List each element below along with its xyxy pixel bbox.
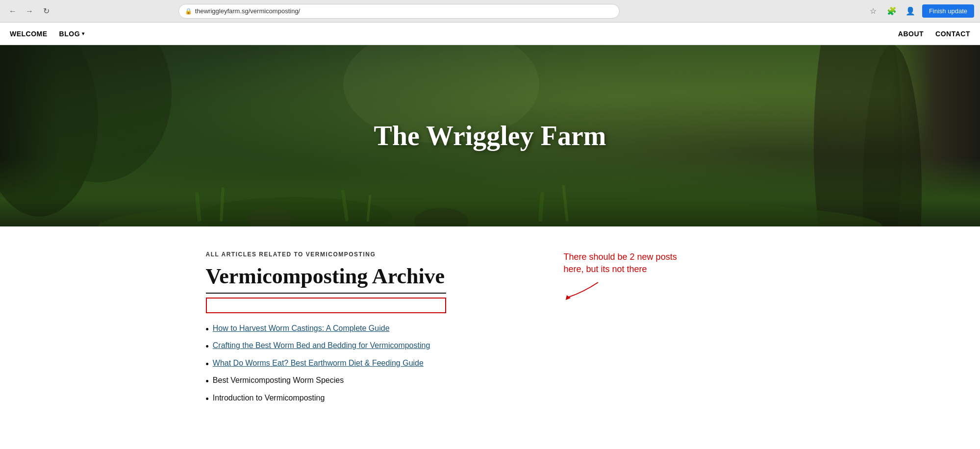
list-item: How to Harvest Worm Castings: A Complete… bbox=[206, 321, 446, 338]
main-content: ALL ARTICLES RELATED TO VERMICOMPOSTING … bbox=[196, 226, 784, 437]
nav-item-welcome[interactable]: WELCOME bbox=[10, 30, 48, 38]
forward-icon: → bbox=[25, 7, 33, 16]
section-title: Vermicomposting Archive bbox=[206, 264, 446, 294]
back-icon: ← bbox=[9, 7, 17, 16]
browser-chrome: ← → ↻ 🔒 thewriggleyfarm.sg/vermicomposti… bbox=[0, 0, 980, 23]
nav-contact-label: CONTACT bbox=[935, 30, 970, 38]
forward-button[interactable]: → bbox=[23, 4, 36, 18]
list-item: Crafting the Best Worm Bed and Bedding f… bbox=[206, 338, 446, 355]
url-text: thewriggleyfarm.sg/vermicomposting/ bbox=[195, 7, 301, 15]
hero-banner: The Wriggley Farm bbox=[0, 45, 980, 226]
article-link-3[interactable]: What Do Worms Eat? Best Earthworm Diet &… bbox=[213, 359, 424, 368]
svg-marker-15 bbox=[566, 295, 571, 300]
annotation: There should be 2 new posts here, but it… bbox=[564, 251, 686, 302]
browser-right-actions: ☆ 🧩 👤 Finish update bbox=[866, 4, 974, 18]
address-bar[interactable]: 🔒 thewriggleyfarm.sg/vermicomposting/ bbox=[178, 4, 620, 19]
article-text-5: Introduction to Vermicomposting bbox=[213, 394, 325, 402]
blog-dropdown-arrow: ▾ bbox=[82, 31, 85, 36]
nav-item-about[interactable]: ABOUT bbox=[898, 30, 924, 38]
article-text-4: Best Vermicomposting Worm Species bbox=[213, 376, 344, 385]
site-navigation: WELCOME BLOG ▾ ABOUT CONTACT bbox=[0, 23, 980, 45]
lock-icon: 🔒 bbox=[185, 8, 192, 15]
list-item: Introduction to Vermicomposting bbox=[206, 391, 446, 408]
refresh-icon: ↻ bbox=[43, 6, 50, 16]
nav-item-contact[interactable]: CONTACT bbox=[935, 30, 970, 38]
site-nav-right: ABOUT CONTACT bbox=[898, 30, 970, 38]
browser-nav-buttons: ← → ↻ bbox=[6, 4, 53, 18]
finish-update-button[interactable]: Finish update bbox=[922, 4, 974, 18]
nav-item-blog[interactable]: BLOG ▾ bbox=[59, 30, 85, 38]
account-icon: 👤 bbox=[905, 6, 915, 16]
site-nav-left: WELCOME BLOG ▾ bbox=[10, 30, 85, 38]
extensions-button[interactable]: 🧩 bbox=[885, 4, 899, 18]
missing-posts-highlight-box bbox=[206, 298, 446, 313]
list-item: What Do Worms Eat? Best Earthworm Diet &… bbox=[206, 356, 446, 373]
hero-title: The Wriggley Farm bbox=[374, 120, 606, 151]
back-button[interactable]: ← bbox=[6, 4, 20, 18]
article-link-1[interactable]: How to Harvest Worm Castings: A Complete… bbox=[213, 324, 390, 333]
annotation-arrow-svg bbox=[564, 277, 603, 302]
nav-about-label: ABOUT bbox=[898, 30, 924, 38]
bookmark-button[interactable]: ☆ bbox=[866, 4, 880, 18]
article-list: How to Harvest Worm Castings: A Complete… bbox=[206, 321, 446, 408]
section-subtitle: ALL ARTICLES RELATED TO VERMICOMPOSTING bbox=[206, 251, 446, 258]
article-link-2[interactable]: Crafting the Best Worm Bed and Bedding f… bbox=[213, 341, 430, 350]
list-item: Best Vermicomposting Worm Species bbox=[206, 373, 446, 390]
nav-blog-label: BLOG bbox=[59, 30, 80, 38]
annotation-text: There should be 2 new posts here, but it… bbox=[564, 251, 686, 275]
extensions-icon: 🧩 bbox=[887, 6, 897, 16]
refresh-button[interactable]: ↻ bbox=[39, 4, 53, 18]
star-icon: ☆ bbox=[870, 6, 877, 16]
account-button[interactable]: 👤 bbox=[904, 4, 917, 18]
content-wrapper: ALL ARTICLES RELATED TO VERMICOMPOSTING … bbox=[206, 251, 775, 408]
articles-section: ALL ARTICLES RELATED TO VERMICOMPOSTING … bbox=[206, 251, 446, 408]
nav-welcome-label: WELCOME bbox=[10, 30, 48, 38]
